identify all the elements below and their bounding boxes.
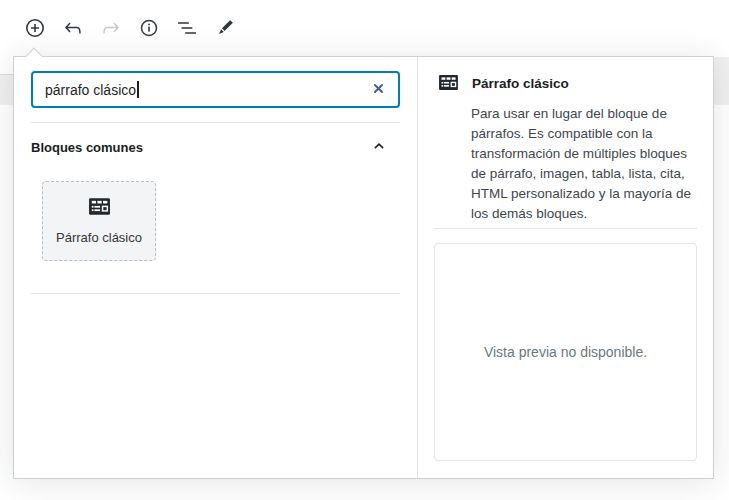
redo-button[interactable] (99, 16, 123, 40)
block-details-panel: Párrafo clásico Para usar en lugar del b… (418, 57, 713, 478)
block-item-parrafo-clasico[interactable]: Párrafo clásico (42, 181, 156, 261)
plus-circle-icon (23, 16, 47, 40)
inserter-left-panel: párrafo clásico Bloques comunes Párrafo … (14, 57, 418, 478)
block-navigation-button[interactable] (175, 16, 199, 40)
chevron-up-icon (370, 137, 388, 158)
section-title: Bloques comunes (31, 140, 143, 155)
edit-mode-button[interactable] (213, 16, 237, 40)
classic-block-icon (88, 197, 111, 220)
info-icon (137, 16, 161, 40)
pencil-icon (213, 16, 237, 40)
undo-icon (61, 16, 85, 40)
preview-unavailable-message: Vista previa no disponible. (484, 344, 647, 360)
redo-icon (99, 16, 123, 40)
block-title: Párrafo clásico (472, 74, 569, 93)
search-text: párrafo clásico (45, 82, 136, 98)
list-view-icon (175, 16, 199, 40)
block-preview-box: Vista previa no disponible. (434, 243, 697, 461)
undo-button[interactable] (61, 16, 85, 40)
section-header-bloques-comunes[interactable]: Bloques comunes (14, 123, 417, 172)
content-structure-button[interactable] (137, 16, 161, 40)
block-description: Para usar en lugar del bloque de párrafo… (471, 104, 700, 224)
block-item-label: Párrafo clásico (56, 230, 142, 245)
header-edge-patch (0, 56, 13, 75)
clear-x-icon (372, 82, 385, 98)
section-divider (31, 293, 400, 294)
add-block-button[interactable] (23, 16, 47, 40)
text-caret (137, 81, 139, 98)
details-divider (434, 228, 697, 229)
block-search-input[interactable]: párrafo clásico (31, 71, 400, 108)
editor-toolbar (0, 0, 729, 56)
clear-search-button[interactable] (368, 80, 388, 100)
block-inserter-popover: párrafo clásico Bloques comunes Párrafo … (13, 56, 714, 479)
classic-block-icon (438, 74, 459, 95)
